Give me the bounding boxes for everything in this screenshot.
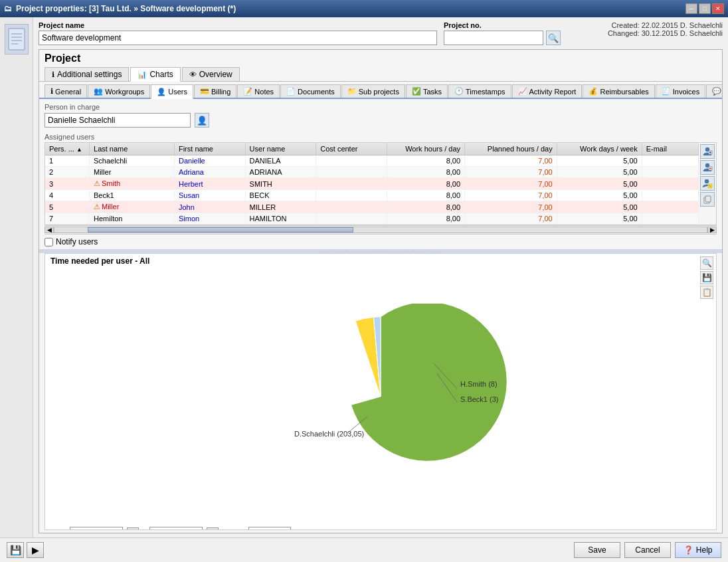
tab-notes[interactable]: 📝 Notes [237,84,280,98]
quotes-icon: 💬 [712,87,721,96]
chart-label-sbeck1: S.Beck1 (3) [460,395,498,403]
maximize-button[interactable]: □ [699,3,711,14]
close-button[interactable]: ✕ [712,3,724,14]
remove-user-button[interactable] [700,160,715,175]
cell-firstname: John [174,201,245,213]
cell-lastname: ⚠Smith [90,178,175,190]
date-from-input[interactable] [70,527,123,530]
notify-users-row: Notify users [39,234,722,249]
col-header-pers[interactable]: Pers. ... ▲ [45,143,90,155]
scroll-right-button[interactable]: ▶ [707,227,717,233]
cell-username: DANIELA [245,155,316,167]
tab-billing[interactable]: 💳 Billing [194,84,236,98]
edit-user-button[interactable] [700,176,715,191]
cell-firstname: Simon [174,213,245,225]
range-label: Range [223,529,244,530]
svg-rect-16 [705,196,711,202]
col-header-lastname[interactable]: Last name [90,143,175,155]
add-user-button[interactable] [700,144,715,159]
tab-additional-settings[interactable]: ℹ Additional settings [45,67,129,81]
sort-arrow-pers: ▲ [76,146,82,153]
users-table-scroll[interactable]: Pers. ... ▲ Last name First name [45,143,699,225]
cell-workdays: 5,00 [557,167,642,178]
tab-charts[interactable]: 📊 Charts [130,67,180,82]
workgroups-icon: 👥 [94,87,103,96]
cell-pers: 5 [45,201,90,213]
cell-username: ADRIANA [245,167,316,178]
cell-email [642,190,698,201]
cell-email [642,213,698,225]
minimize-button[interactable]: ─ [685,3,697,14]
tab-users[interactable]: 👤 Users [151,84,193,99]
help-button[interactable]: ❓ Help [675,542,721,558]
range-select[interactable]: All Week Month Year Custom [248,527,291,530]
col-header-costcenter[interactable]: Cost center [316,143,387,155]
cell-pers: 7 [45,213,90,225]
charts-icon: 📊 [137,70,147,79]
tab-tasks[interactable]: ✅ Tasks [406,84,448,98]
notify-users-label[interactable]: Notify users [56,237,98,246]
col-header-email[interactable]: E-mail [642,143,698,155]
cell-plannedhours: 7,00 [465,178,557,190]
horizontal-scrollbar[interactable] [54,227,707,233]
date-from-calendar-button[interactable]: 📅 [127,527,139,530]
overview-icon: 👁 [189,70,197,78]
bottom-left-buttons: 💾 ▶ [7,542,44,558]
person-in-charge-row: 👤 [45,113,717,128]
tab-reimbursables[interactable]: 💰 Reimbursables [583,84,654,98]
sidebar [0,17,33,537]
cell-workhours: 8,00 [387,167,464,178]
copy-user-button[interactable] [700,192,715,207]
svg-rect-0 [9,29,25,50]
run-action-button[interactable]: ▶ [27,542,44,558]
chart-label-dschaelchli: D.Schaelchli (203,05) [294,430,364,438]
save-button[interactable]: Save [574,542,620,558]
tab-subprojects[interactable]: 📁 Sub projects [341,84,405,98]
table-row: 4 Beck1 Susan BECK 8,00 7,00 5,00 [45,190,699,201]
tab-activity-report[interactable]: 📈 Activity Report [512,84,583,98]
subprojects-icon: 📁 [347,87,357,96]
person-browse-button[interactable]: 👤 [195,113,209,128]
cell-firstname: Herbert [174,178,245,190]
save-action-button[interactable]: 💾 [7,542,24,558]
content-area: Project name Project no. 🔍 Created: 22.0… [33,17,728,537]
scroll-left-button[interactable]: ◀ [45,227,54,233]
timestamps-icon: 🕐 [454,87,464,96]
project-box: Project ℹ Additional settings 📊 Charts 👁… [39,49,723,533]
project-title: Project [39,50,722,67]
general-icon: ℹ [50,87,53,96]
project-name-input[interactable] [39,31,437,45]
col-header-workhours[interactable]: Work hours / day [387,143,464,155]
date-to-calendar-button[interactable]: 📅 [207,527,219,530]
cancel-button[interactable]: Cancel [624,542,671,558]
tab-invoices[interactable]: 🧾 Invoices [656,84,705,98]
table-header-row: Pers. ... ▲ Last name First name [45,143,699,155]
window-title: Project properties: [3] Tau Ltd. » Softw… [16,4,236,13]
col-header-firstname[interactable]: First name [174,143,245,155]
tab-overview[interactable]: 👁 Overview [182,67,240,81]
cell-firstname: Danielle [174,155,245,167]
col-header-plannedhours[interactable]: Planned hours / day [465,143,557,155]
tab-general[interactable]: ℹ General [45,84,87,98]
date-to-input[interactable] [149,527,203,530]
billing-icon: 💳 [200,87,209,96]
tab-documents[interactable]: 📄 Documents [280,84,341,98]
person-in-charge-input[interactable] [45,113,191,128]
invoices-icon: 🧾 [662,87,671,96]
col-header-username[interactable]: User name [245,143,316,155]
table-row: 3 ⚠Smith Herbert SMITH 8,00 7,00 5,00 [45,178,699,190]
chart-zoom-button[interactable]: 🔍 [700,256,713,270]
documents-icon: 📄 [286,87,296,96]
project-name-label: Project name [39,21,437,29]
pie-chart: D.Schaelchli (203,05) H.Smith (8) S.Beck… [208,304,553,490]
project-no-browse-button[interactable]: 🔍 [546,31,561,45]
project-no-input[interactable] [444,31,543,45]
tab-timestamps[interactable]: 🕐 Timestamps [448,84,511,98]
tab-quotes[interactable]: 💬 Quotes [706,84,723,98]
cell-username: HAMILTON [245,213,316,225]
project-header: Project name Project no. 🔍 Created: 22.0… [39,21,723,45]
col-header-workdays[interactable]: Work days / week [557,143,642,155]
cell-pers: 2 [45,167,90,178]
tab-workgroups[interactable]: 👥 Workgroups [88,84,150,98]
notify-users-checkbox[interactable] [45,238,53,246]
